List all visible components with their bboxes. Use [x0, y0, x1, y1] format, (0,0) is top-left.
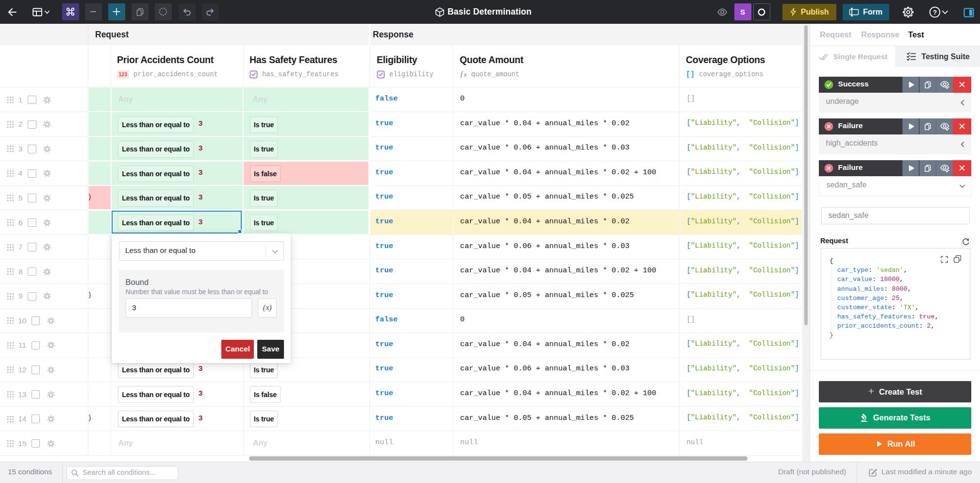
svg-text:?: ?: [932, 8, 936, 16]
